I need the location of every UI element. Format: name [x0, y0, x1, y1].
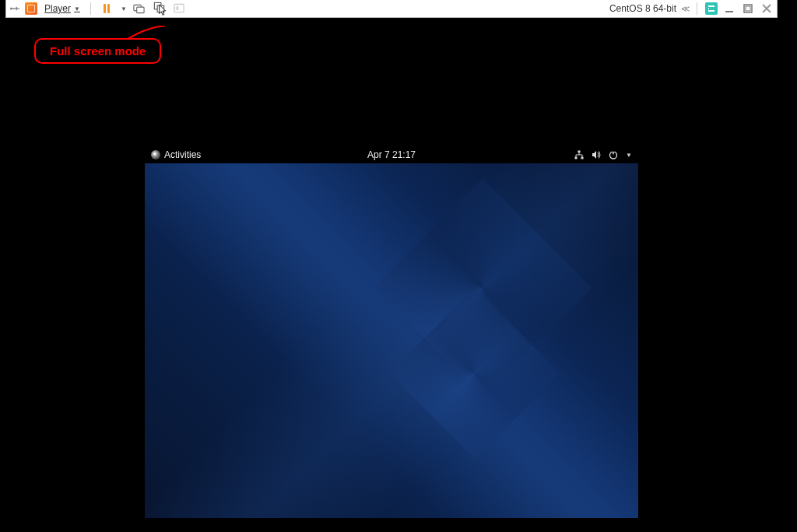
svg-rect-4 [158, 5, 164, 12]
chevron-down-icon: ▼ [626, 152, 632, 159]
vm-name-label: CentOS 8 64-bit [609, 3, 676, 14]
unity-mode-button[interactable] [172, 1, 188, 16]
activities-label: Activities [164, 149, 201, 160]
guest-viewport[interactable]: Activities Apr 7 21:17 ▼ [145, 146, 638, 518]
desktop-wallpaper[interactable] [145, 163, 638, 518]
svg-point-0 [10, 7, 12, 9]
send-ctrl-alt-del-button[interactable] [132, 1, 147, 16]
pause-button[interactable] [99, 1, 114, 16]
toolbar-left-group: Player ▼ ▼ [9, 1, 188, 16]
gnome-top-bar: Activities Apr 7 21:17 ▼ [145, 146, 638, 163]
svg-rect-15 [612, 150, 615, 152]
network-icon [574, 150, 584, 159]
svg-rect-5 [174, 4, 184, 12]
clock-text: Apr 7 21:17 [367, 149, 416, 160]
status-menu[interactable]: ▼ [574, 150, 632, 159]
svg-rect-11 [575, 157, 578, 159]
svg-rect-9 [746, 6, 750, 11]
chevron-down-icon[interactable]: ▼ [121, 5, 127, 12]
pin-icon[interactable] [9, 3, 20, 14]
svg-rect-10 [578, 151, 581, 153]
volume-icon [592, 150, 601, 159]
vmware-logo-icon [25, 2, 37, 15]
svg-rect-12 [581, 157, 584, 159]
separator [697, 2, 697, 15]
player-menu-label: Player [44, 3, 71, 14]
maximize-button[interactable] [741, 2, 755, 15]
svg-rect-2 [137, 7, 144, 13]
vmware-toolbar: Player ▼ ▼ CentOS 8 64-bit ≪ [5, 0, 778, 18]
player-menu[interactable]: Player ▼ [42, 2, 83, 15]
annotation-callout: Full screen mode [34, 38, 161, 64]
fullscreen-button[interactable] [152, 1, 167, 16]
svg-rect-7 [725, 11, 733, 12]
toolbar-right-group: CentOS 8 64-bit ≪ [609, 2, 774, 15]
activities-button[interactable]: Activities [151, 149, 201, 160]
clock-button[interactable]: Apr 7 21:17 [367, 149, 416, 160]
minimize-button[interactable] [722, 2, 736, 15]
svg-rect-6 [176, 6, 179, 10]
separator [90, 2, 91, 15]
close-button[interactable] [760, 2, 774, 15]
fullscreen-icon [153, 2, 165, 16]
annotation-text: Full screen mode [50, 44, 146, 58]
chevron-down-icon: ▼ [74, 5, 80, 12]
pause-icon [104, 4, 110, 13]
power-icon [609, 150, 618, 159]
notes-icon[interactable] [705, 2, 718, 15]
expand-icon[interactable]: ≪ [681, 4, 689, 14]
activities-icon [151, 150, 160, 159]
